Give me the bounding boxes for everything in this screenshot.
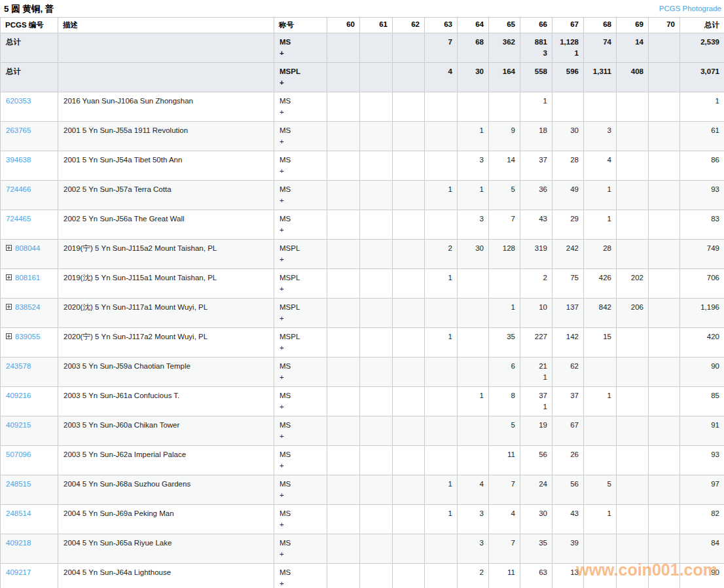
grade-cell-67: 37 bbox=[552, 387, 584, 416]
grade-cell-67: 56 bbox=[552, 475, 584, 505]
coin-description: 2002 5 Yn Sun-J56a The Great Wall bbox=[58, 210, 274, 240]
designation-plus: + bbox=[280, 195, 322, 206]
coin-description: 2019(宁) 5 Yn Sun-J115a2 Mount Taishan, P… bbox=[58, 240, 274, 269]
grade-cell-65 bbox=[489, 92, 520, 122]
grade-cell-60 bbox=[327, 475, 360, 505]
grade-cell-61 bbox=[360, 475, 393, 505]
coin-description: 2016 Yuan Sun-J106a Sun Zhongshan bbox=[58, 92, 274, 122]
pcgs-number-link[interactable]: 838524 bbox=[15, 303, 40, 311]
designation-plus: + bbox=[280, 490, 322, 501]
designation-cell: MS+ bbox=[274, 210, 327, 240]
pcgs-number-link[interactable]: 248515 bbox=[6, 480, 31, 488]
grade-value: 15 bbox=[589, 331, 611, 342]
pcgs-number-link[interactable]: 507096 bbox=[6, 450, 31, 458]
coin-description: 2002 5 Yn Sun-J57a Terra Cotta bbox=[58, 181, 274, 210]
row-total-cell: 2,539 bbox=[680, 33, 724, 63]
grade-cell-70 bbox=[649, 358, 680, 387]
grade-plus-value: 1 bbox=[526, 401, 547, 413]
pcgs-number-link[interactable]: 808161 bbox=[15, 274, 40, 282]
pcgs-number-link[interactable]: 724465 bbox=[6, 215, 31, 223]
grade-value: 227 bbox=[526, 331, 547, 342]
grade-cell-60 bbox=[327, 328, 360, 358]
coin-description: 2003 5 Yn Sun-J62a Imperial Palace bbox=[58, 446, 274, 475]
table-row: 8390552020(宁) 5 Yn Sun-J117a2 Mount Wuyi… bbox=[1, 328, 724, 358]
grade-cell-62 bbox=[393, 210, 425, 240]
grade-cell-68: 426 bbox=[584, 269, 617, 299]
pcgs-number-link[interactable]: 394638 bbox=[6, 156, 31, 164]
grade-cell-61 bbox=[360, 564, 393, 588]
grade-cell-64: 2 bbox=[458, 564, 489, 588]
pcgs-photograde-link[interactable]: PCGS Photograde bbox=[659, 5, 721, 12]
pcgs-number-link[interactable]: 409215 bbox=[6, 421, 31, 429]
grade-cell-66: 35 bbox=[520, 534, 552, 564]
pcgs-number-link[interactable]: 243578 bbox=[6, 362, 31, 370]
grade-cell-63: 1 bbox=[425, 181, 458, 210]
grade-cell-61 bbox=[360, 63, 393, 92]
pcgs-number-link[interactable]: 263765 bbox=[6, 126, 31, 134]
grade-cell-61 bbox=[360, 269, 393, 299]
grade-value: 1 bbox=[589, 508, 611, 519]
pcgs-number-cell: 838524 bbox=[1, 299, 58, 328]
pcgs-number-link[interactable]: 409218 bbox=[6, 539, 31, 547]
grade-cell-68: 4 bbox=[584, 151, 617, 181]
grade-cell-68: 28 bbox=[584, 240, 617, 269]
pcgs-number-cell: 507096 bbox=[1, 446, 58, 475]
designation-main: MS bbox=[280, 96, 322, 107]
pcgs-number-link[interactable]: 248514 bbox=[6, 509, 31, 517]
grade-cell-65: 7 bbox=[489, 534, 520, 564]
grade-cell-70 bbox=[649, 92, 680, 122]
grade-cell-60 bbox=[327, 505, 360, 534]
total-label-cell: 总计 bbox=[1, 33, 58, 63]
designation-plus: + bbox=[280, 372, 322, 383]
grade-value: 7 bbox=[494, 538, 515, 549]
pcgs-number-cell: 409218 bbox=[1, 534, 58, 564]
pcgs-number-link[interactable]: 808044 bbox=[15, 244, 40, 252]
grade-value: 7 bbox=[430, 37, 452, 48]
pcgs-number-cell: 248515 bbox=[1, 475, 58, 505]
column-header-65: 65 bbox=[489, 18, 520, 33]
designation-cell: MSPL+ bbox=[274, 328, 327, 358]
expand-plus-icon[interactable] bbox=[6, 304, 12, 310]
grade-plus-value: 3 bbox=[526, 48, 547, 59]
grade-cell-61 bbox=[360, 92, 393, 122]
grade-cell-68 bbox=[584, 534, 617, 564]
table-row: 7244652002 5 Yn Sun-J56a The Great WallM… bbox=[1, 210, 724, 240]
grade-value: 4 bbox=[463, 479, 484, 490]
table-row: 8385242020(沈) 5 Yn Sun-J117a1 Mount Wuyi… bbox=[1, 299, 724, 328]
grade-cell-64: 1 bbox=[458, 181, 489, 210]
table-row: 8080442019(宁) 5 Yn Sun-J115a2 Mount Tais… bbox=[1, 240, 724, 269]
designation-main: MS bbox=[280, 567, 322, 578]
grade-value: 128 bbox=[494, 243, 515, 254]
designation-cell: MS+ bbox=[274, 92, 327, 122]
coin-description: 2001 5 Yn Sun-J55a 1911 Revolution bbox=[58, 122, 274, 151]
grade-cell-60 bbox=[327, 358, 360, 387]
pcgs-number-link[interactable]: 409217 bbox=[6, 568, 31, 576]
grade-value: 2 bbox=[463, 567, 484, 578]
grade-cell-62 bbox=[393, 122, 425, 151]
grade-cell-60 bbox=[327, 92, 360, 122]
grade-cell-66: 37 bbox=[520, 151, 552, 181]
designation-cell: MS+ bbox=[274, 534, 327, 564]
pcgs-number-link[interactable]: 724466 bbox=[6, 185, 31, 193]
grade-cell-60 bbox=[327, 151, 360, 181]
grade-cell-68 bbox=[584, 92, 617, 122]
grade-value: 56 bbox=[558, 479, 579, 490]
grade-cell-70 bbox=[649, 387, 680, 416]
expand-plus-icon[interactable] bbox=[6, 333, 12, 339]
pcgs-number-link[interactable]: 409216 bbox=[6, 392, 31, 399]
designation-plus: + bbox=[280, 549, 322, 560]
grade-value: 43 bbox=[526, 213, 547, 225]
pcgs-number-link[interactable]: 620353 bbox=[6, 97, 31, 105]
grade-cell-67: 49 bbox=[552, 181, 584, 210]
pcgs-number-link[interactable]: 839055 bbox=[15, 333, 40, 340]
grade-cell-70 bbox=[649, 181, 680, 210]
designation-plus: + bbox=[280, 166, 322, 177]
table-row: 4092182004 5 Yn Sun-J65a Riyue LakeMS+37… bbox=[1, 534, 724, 564]
grade-cell-60 bbox=[327, 416, 360, 446]
grade-cell-61 bbox=[360, 181, 393, 210]
grade-cell-66: 8813 bbox=[520, 33, 552, 63]
grade-cell-65: 128 bbox=[489, 240, 520, 269]
expand-plus-icon[interactable] bbox=[6, 245, 12, 251]
grade-cell-70 bbox=[649, 564, 680, 588]
expand-plus-icon[interactable] bbox=[6, 274, 12, 280]
